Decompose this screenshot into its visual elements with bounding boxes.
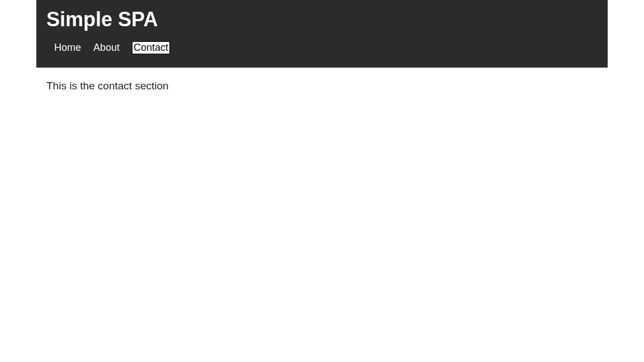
main-content: This is the contact section [36,68,608,104]
nav-about[interactable]: About [93,41,120,54]
page-root: Simple SPA Home About Contact This is th… [0,0,644,362]
content-text: This is the contact section [46,80,598,92]
page-header: Simple SPA Home About Contact [36,0,608,68]
main-nav: Home About Contact [46,41,598,54]
nav-home[interactable]: Home [54,41,81,54]
site-title: Simple SPA [46,8,598,31]
nav-contact[interactable]: Contact [132,41,170,54]
